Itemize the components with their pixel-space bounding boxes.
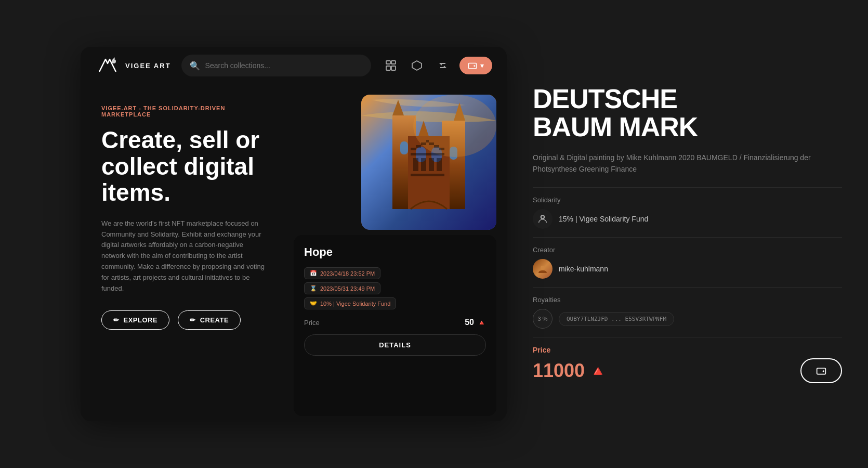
royalties-row: 3 % QUBY7TLNZJFD ... E5SV3RTWPNFM bbox=[533, 309, 842, 329]
explore-icon: ✏ bbox=[113, 316, 120, 324]
divider-1 bbox=[533, 187, 842, 188]
create-icon: ✏ bbox=[190, 316, 196, 324]
price-label: Price bbox=[533, 346, 842, 354]
nft-price-row: Price 50 🔺 bbox=[304, 318, 486, 327]
nav-icon-swap[interactable] bbox=[433, 56, 452, 75]
hero-description: We are the world's first NFT marketplace… bbox=[101, 218, 268, 294]
royalties-hash: QUBY7TLNZJFD ... E5SV3RTWPNFM bbox=[559, 312, 674, 326]
creator-avatar bbox=[533, 259, 553, 279]
nav-icon-gallery[interactable] bbox=[382, 56, 400, 75]
nft-card: Hope 📅 2023/04/18 23:52 PM ⌛ 2023/05/31 … bbox=[294, 235, 496, 416]
price-value: 11000 🔺 bbox=[533, 360, 607, 382]
panel-title: DEUTSCHE BAUM MARK bbox=[533, 85, 842, 141]
solidarity-icon-small: 🤝 bbox=[310, 300, 317, 307]
buy-button[interactable] bbox=[800, 358, 842, 383]
nft-tag-date1: 📅 2023/04/18 23:52 PM bbox=[304, 267, 380, 279]
svg-rect-16 bbox=[416, 147, 426, 162]
creator-row: mike-kuhlmann bbox=[533, 259, 842, 279]
search-input[interactable] bbox=[205, 61, 363, 70]
search-bar[interactable]: 🔍 bbox=[181, 55, 371, 76]
hero-right: Hope 📅 2023/04/18 23:52 PM ⌛ 2023/05/31 … bbox=[288, 84, 507, 421]
brand-name: VIGEE ART bbox=[125, 62, 171, 70]
svg-rect-2 bbox=[391, 61, 396, 64]
svg-rect-17 bbox=[431, 147, 442, 162]
solidarity-section: Solidarity 15% | Vigee Solidarity Fund bbox=[533, 196, 842, 229]
royalties-section: Royalties 3 % QUBY7TLNZJFD ... E5SV3RTWP… bbox=[533, 296, 842, 329]
hero-buttons: ✏ EXPLORE ✏ CREATE bbox=[101, 310, 268, 330]
timer-icon: ⌛ bbox=[310, 285, 317, 292]
vigee-symbol-small: 🔺 bbox=[477, 318, 486, 327]
svg-point-18 bbox=[413, 95, 496, 157]
hero-left: VIGEE.ART - THE SOLIDARITY-DRIVEN MARKET… bbox=[81, 84, 288, 421]
svg-rect-3 bbox=[386, 66, 390, 70]
solidarity-label: Solidarity bbox=[533, 196, 842, 204]
search-icon: 🔍 bbox=[190, 61, 200, 71]
divider-2 bbox=[533, 237, 842, 238]
price-row: 11000 🔺 bbox=[533, 358, 842, 383]
nav-icon-nft[interactable] bbox=[407, 56, 426, 75]
main-card: VIGEE ART 🔍 bbox=[81, 47, 507, 421]
creator-label: Creator bbox=[533, 246, 842, 254]
royalties-badge: 3 % bbox=[533, 309, 553, 329]
creator-section: Creator mike-kuhlmann bbox=[533, 246, 842, 279]
divider-3 bbox=[533, 287, 842, 288]
svg-rect-10 bbox=[408, 136, 450, 209]
solidarity-icon bbox=[533, 209, 553, 229]
hero-title: Create, sell or collect digital items. bbox=[101, 127, 268, 206]
svg-rect-1 bbox=[386, 61, 390, 64]
nft-tags: 📅 2023/04/18 23:52 PM ⌛ 2023/05/31 23:49… bbox=[304, 267, 486, 309]
svg-rect-14 bbox=[400, 141, 408, 154]
calendar-icon: 📅 bbox=[310, 270, 317, 277]
solidarity-row: 15% | Vigee Solidarity Fund bbox=[533, 209, 842, 229]
wallet-chevron: ▾ bbox=[480, 61, 484, 70]
create-button[interactable]: ✏ CREATE bbox=[178, 310, 241, 330]
nft-card-title: Hope bbox=[304, 245, 486, 259]
logo-icon bbox=[95, 53, 120, 78]
logo-area: VIGEE ART bbox=[95, 53, 171, 78]
svg-marker-5 bbox=[412, 61, 422, 70]
vigee-symbol-large: 🔺 bbox=[589, 362, 607, 380]
header: VIGEE ART 🔍 bbox=[81, 47, 507, 84]
svg-point-0 bbox=[112, 59, 116, 63]
nft-tag-date2: ⌛ 2023/05/31 23:49 PM bbox=[304, 282, 380, 294]
nft-price-value: 50 🔺 bbox=[465, 318, 486, 327]
svg-point-19 bbox=[541, 216, 544, 219]
artwork-image bbox=[361, 95, 496, 230]
svg-point-20 bbox=[541, 266, 545, 270]
artwork-container bbox=[361, 95, 496, 230]
hero-tagline: VIGEE.ART - THE SOLIDARITY-DRIVEN MARKET… bbox=[101, 105, 268, 118]
outer-wrapper: VIGEE ART 🔍 bbox=[0, 0, 868, 468]
price-section: Price 11000 🔺 bbox=[533, 346, 842, 383]
royalties-label: Royalties bbox=[533, 296, 842, 304]
details-button[interactable]: DETAILS bbox=[304, 334, 486, 356]
nav-icons: ▾ bbox=[382, 56, 492, 75]
hero-section: VIGEE.ART - THE SOLIDARITY-DRIVEN MARKET… bbox=[81, 84, 507, 421]
explore-button[interactable]: ✏ EXPLORE bbox=[101, 310, 169, 330]
creator-name: mike-kuhlmann bbox=[559, 265, 608, 273]
panel-description: Original & Digital painting by Mike Kuhl… bbox=[533, 152, 842, 175]
nft-price-label: Price bbox=[304, 319, 320, 327]
svg-rect-21 bbox=[817, 368, 826, 374]
solidarity-value: 15% | Vigee Solidarity Fund bbox=[559, 215, 648, 223]
right-panel: DEUTSCHE BAUM MARK Original & Digital pa… bbox=[507, 54, 868, 415]
svg-rect-4 bbox=[391, 66, 396, 70]
nft-tag-solidarity: 🤝 10% | Vigee Solidarity Fund bbox=[304, 297, 396, 309]
divider-4 bbox=[533, 337, 842, 337]
wallet-button[interactable]: ▾ bbox=[459, 57, 492, 74]
